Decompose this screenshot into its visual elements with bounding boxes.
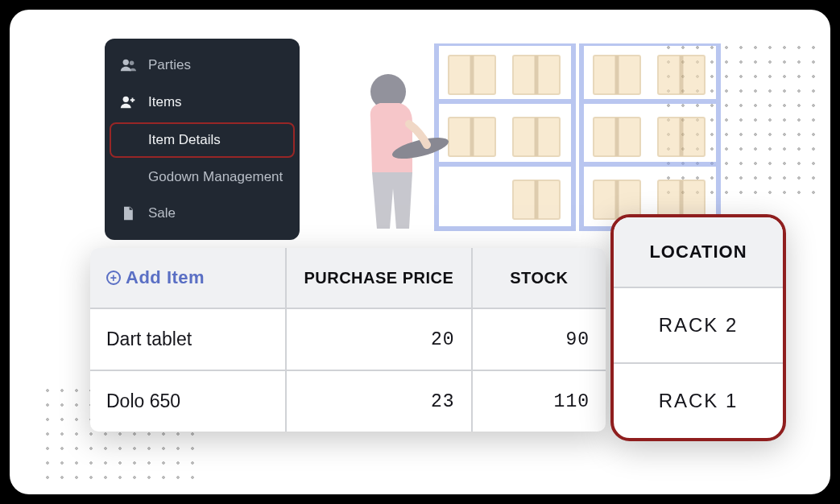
cell-stock: 90 (472, 308, 606, 370)
sidebar-item-label: Godown Management (148, 169, 283, 185)
sidebar-item-label: Items (148, 94, 182, 110)
sidebar-item-godown[interactable]: Godown Management (105, 159, 300, 195)
cell-purchase-price: 23 (286, 370, 471, 432)
sidebar-menu: Parties Items Item Details Godown Manage… (105, 39, 300, 240)
sidebar-item-label: Parties (148, 57, 191, 73)
table-header-row: + Add Item PURCHASE PRICE STOCK (90, 248, 606, 308)
people-add-icon (119, 93, 137, 111)
sidebar-item-sale[interactable]: Sale (105, 195, 300, 232)
location-panel: LOCATION RACK 2 RACK 1 (610, 214, 786, 441)
svg-point-30 (123, 60, 129, 65)
cell-item-name: Dolo 650 (90, 370, 286, 432)
sidebar-item-parties[interactable]: Parties (105, 45, 300, 84)
table-row[interactable]: Dolo 650 23 110 (90, 370, 606, 432)
location-row[interactable]: RACK 2 (614, 288, 783, 364)
table-row[interactable]: Dart tablet 20 90 (90, 308, 606, 370)
cell-stock: 110 (472, 370, 606, 432)
cell-purchase-price: 20 (286, 308, 471, 370)
items-table: + Add Item PURCHASE PRICE STOCK Dart tab… (90, 248, 606, 432)
col-header-purchase-price: PURCHASE PRICE (286, 248, 471, 308)
add-item-label: Add Item (126, 267, 205, 288)
file-icon (119, 204, 137, 222)
svg-point-32 (123, 97, 129, 102)
col-header-stock: STOCK (472, 248, 606, 308)
sidebar-item-label: Sale (148, 205, 176, 221)
cell-item-name: Dart tablet (90, 308, 286, 370)
app-canvas: Parties Items Item Details Godown Manage… (10, 10, 830, 494)
people-icon (119, 56, 137, 74)
sidebar-item-label: Item Details (148, 132, 221, 148)
add-item-button[interactable]: + Add Item (106, 267, 205, 288)
location-header: LOCATION (614, 217, 783, 288)
sidebar-item-items[interactable]: Items (105, 84, 300, 121)
plus-circle-icon: + (106, 271, 121, 285)
location-row[interactable]: RACK 1 (614, 364, 783, 438)
svg-point-31 (130, 61, 134, 66)
sidebar-item-item-details[interactable]: Item Details (110, 122, 295, 158)
